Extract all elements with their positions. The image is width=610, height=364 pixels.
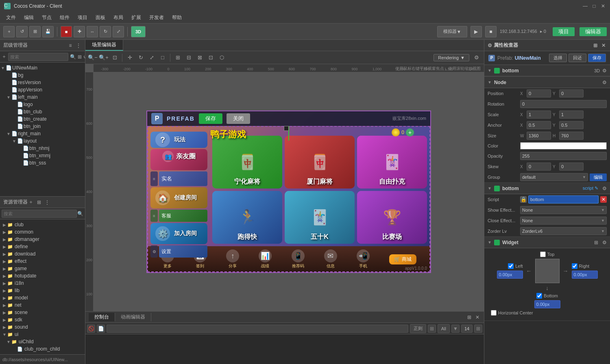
close-button[interactable]: ✕: [600, 3, 606, 9]
add-coin-button[interactable]: +: [406, 128, 414, 136]
layer-magnify-icon[interactable]: 🔍: [70, 54, 76, 60]
size-w-input[interactable]: [527, 132, 551, 140]
color-swatch[interactable]: [520, 142, 607, 150]
toolbar-connect[interactable]: ⊞: [29, 26, 41, 37]
layer-add-icon[interactable]: ＋: [2, 54, 7, 60]
tab-console[interactable]: 控制台: [89, 313, 115, 321]
skew-y-input[interactable]: [559, 162, 584, 171]
console-filter-input[interactable]: [107, 325, 408, 333]
editor-button[interactable]: 编辑器: [580, 27, 607, 36]
scale-x-input[interactable]: [527, 110, 551, 119]
game-card-run[interactable]: 🏃 跑得快: [212, 191, 282, 244]
asset-folder-model[interactable]: ▶ 📁 model: [0, 294, 85, 301]
layer-layout-icon[interactable]: ⊞: [78, 54, 82, 60]
tree-item-btnjoin[interactable]: 📄 btn_join: [0, 123, 85, 130]
layer-search-input[interactable]: [8, 53, 68, 61]
prefab-save-button[interactable]: 保存: [588, 54, 606, 62]
widget-layout-icon[interactable]: ⊞: [594, 240, 598, 245]
toolbar-scale[interactable]: ⤢: [113, 26, 124, 37]
menu-developer[interactable]: 开发者: [145, 13, 168, 22]
align-right[interactable]: ⊠: [195, 53, 205, 63]
asset-folder-uichild[interactable]: ▼ 📁 uiChild: [0, 338, 85, 345]
opacity-input[interactable]: [520, 152, 607, 160]
asset-folder-game[interactable]: ▶ 📁 game: [0, 265, 85, 272]
menu-node[interactable]: 节点: [38, 13, 56, 22]
stop-button[interactable]: ■: [485, 26, 497, 37]
group-edit-button[interactable]: 编辑: [590, 173, 607, 181]
position-y-input[interactable]: [559, 89, 584, 98]
tree-item-appversion[interactable]: 📄 appVersion: [0, 86, 85, 93]
console-clear-icon[interactable]: 🚫: [87, 325, 95, 333]
tree-item-layout[interactable]: ▼ 📄 layout: [0, 137, 85, 145]
toolbar-refresh[interactable]: ↺: [16, 26, 28, 37]
menu-edit[interactable]: 编辑: [20, 13, 38, 22]
console-expand-icon[interactable]: ⊞: [466, 314, 473, 321]
gizmo-settings[interactable]: ⚙: [472, 53, 481, 63]
menu-panel[interactable]: 面板: [92, 13, 109, 22]
tree-item-bg[interactable]: 📄 bg: [0, 72, 85, 79]
asset-search-input[interactable]: [2, 210, 77, 218]
menu-layout[interactable]: 布局: [109, 13, 127, 22]
asset-icon2[interactable]: ⊞: [36, 199, 42, 206]
tab-animation[interactable]: 动画编辑器: [115, 313, 151, 321]
tree-item-uinewmain[interactable]: ▼ 📄 UINewMain: [0, 64, 85, 72]
tree-item-btnsss[interactable]: 📄 btn_sss: [0, 159, 85, 167]
tree-item-btncreate[interactable]: 📄 btn_create: [0, 115, 85, 123]
zoom-out-icon[interactable]: 🔍−: [88, 53, 98, 63]
game-card-ninghua[interactable]: 🀄 宁化麻将: [212, 136, 282, 188]
horizontal-center-checkbox[interactable]: [491, 310, 497, 316]
tree-item-logo[interactable]: 📄 logo: [0, 101, 85, 108]
rect-tool[interactable]: □: [158, 53, 168, 63]
minimize-button[interactable]: —: [582, 3, 588, 9]
toolbar-save[interactable]: 💾: [42, 26, 54, 37]
menu-btn-settings[interactable]: 设置: [159, 245, 207, 258]
asset-folder-scene[interactable]: ▶ 📁 scene: [0, 309, 85, 316]
prop-close-icon[interactable]: ✕: [600, 42, 607, 49]
canvas-wrapper[interactable]: -300-200-1000100200300400500600700800900…: [85, 64, 484, 311]
anchor-x-input[interactable]: [527, 121, 551, 129]
align-bottom[interactable]: ⬡: [217, 53, 227, 63]
node-gear-icon[interactable]: ⚙: [602, 80, 607, 85]
bottom-icon-message[interactable]: ✉ 信息: [324, 249, 337, 269]
asset-icon1[interactable]: ＋: [28, 199, 34, 206]
menu-btn-gameplay[interactable]: ? 玩法: [150, 132, 207, 148]
asset-folder-hotupdate[interactable]: ▶ 📁 hotupdate: [0, 272, 85, 280]
rendering-dropdown[interactable]: Rendering ▼: [434, 54, 469, 61]
layer-icon1[interactable]: ≡: [67, 42, 74, 49]
bottom-icon-mobile[interactable]: 📲 手机: [357, 249, 370, 269]
asset-file-club-room[interactable]: 📄 club_room_child: [0, 345, 85, 353]
close-effect-dropdown[interactable]: None: [520, 217, 607, 225]
tree-item-btnclub[interactable]: 📄 btn_club: [0, 108, 85, 115]
tree-item-leftmain[interactable]: ▼ 📄 left_main: [0, 93, 85, 101]
console-expand2-icon[interactable]: ⊞: [474, 325, 482, 333]
scale-y-input[interactable]: [559, 110, 584, 119]
toolbar-move[interactable]: ✚: [74, 26, 85, 37]
align-left[interactable]: ⊞: [173, 53, 183, 63]
prefab-close-button[interactable]: 关闭: [227, 113, 250, 124]
align-center[interactable]: ⊟: [184, 53, 194, 63]
menu-file[interactable]: 文件: [2, 13, 20, 22]
bottom-checkbox[interactable]: [536, 293, 542, 299]
node-section-header[interactable]: ▼ Node ⚙: [484, 77, 610, 88]
asset-folder-sdk[interactable]: ▶ 📁 sdk: [0, 316, 85, 323]
layer-icon2[interactable]: ⋮: [75, 42, 82, 49]
skew-x-input[interactable]: [527, 162, 551, 171]
game-card-poker[interactable]: 🃏 自由扑克: [357, 136, 427, 188]
menu-btn-realname[interactable]: 实名: [159, 171, 207, 186]
asset-icon3[interactable]: ⋮: [44, 199, 50, 206]
tree-item-rightmain[interactable]: ▼ 📄 right_main: [0, 130, 85, 137]
left-input[interactable]: [497, 271, 523, 279]
asset-folder-dbmanager[interactable]: ▶ 📁 dbmanager: [0, 236, 85, 243]
bottom-input[interactable]: [534, 300, 560, 308]
menu-btn-friends[interactable]: 👥 亲友圈: [150, 149, 207, 170]
right-input[interactable]: [572, 271, 598, 279]
script-lock-icon[interactable]: 🔒: [520, 196, 527, 203]
maximize-button[interactable]: □: [591, 3, 597, 9]
console-filter2-icon[interactable]: ⊞: [428, 325, 436, 333]
prefab-select-button[interactable]: 选择: [549, 54, 567, 62]
scale-tool[interactable]: ⤢: [147, 53, 157, 63]
widget-section-header[interactable]: ▼ Widget ⊞ ⚙: [484, 237, 610, 248]
asset-folder-effect[interactable]: ▶ 📁 effect: [0, 258, 85, 265]
show-effect-dropdown[interactable]: None: [520, 206, 607, 214]
bottom-icon-share[interactable]: ↑ 分享: [226, 249, 239, 269]
